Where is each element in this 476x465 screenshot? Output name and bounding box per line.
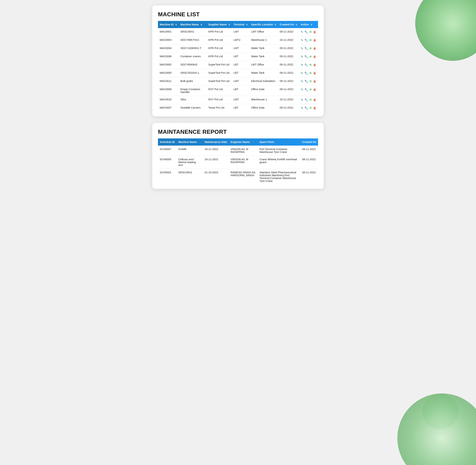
cell-supplier-name: SuperTool Pvt Ltd [207, 69, 232, 77]
edit-icon[interactable]: ✎ [301, 55, 303, 59]
machine-list-tbody: MAC0001 SRSC45H1 KPR Pvt Ltd LMT LMT Off… [158, 28, 318, 112]
cell-machine-id: MAC0003 [158, 36, 179, 44]
cell-created-on: 09-11-2022 [278, 53, 299, 61]
maint-cell-schedule-id: SCH0001 [158, 169, 177, 185]
cell-terminal: LMT [232, 28, 249, 36]
cell-machine-name: Empty Container Handler [179, 86, 207, 96]
table-row: MAC0009 Empty Container Handler RXT Pvt … [158, 86, 318, 96]
cell-supplier-name: SuperTool Pvt Ltd [207, 77, 232, 86]
cell-machine-id: MAC0009 [158, 86, 179, 96]
cell-action: ✎ 🔧 👁 🗑 [299, 28, 318, 36]
cell-machine-name: Silos [179, 96, 207, 104]
sort-icon-terminal: ⇅ [246, 24, 248, 26]
trash-icon[interactable]: 🗑 [313, 88, 316, 92]
cell-created-on: 09-11-2022 [278, 104, 299, 112]
trash-icon[interactable]: 🗑 [313, 47, 316, 51]
cell-created-on: 09-11-2022 [278, 28, 299, 36]
cell-machine-id: MAC0004 [158, 44, 179, 53]
eye-icon[interactable]: 👁 [309, 63, 312, 67]
eye-icon[interactable]: 👁 [309, 72, 312, 75]
maintenance-report-card: MAINTANENCE REPORT Schedule ID Machine N… [152, 123, 324, 189]
edit-icon[interactable]: ✎ [301, 106, 303, 110]
maint-cell-machine-name: Chiksan arm/ Marine loading arm [177, 156, 203, 169]
cell-terminal: LMT [232, 77, 249, 86]
maint-cell-machine-name: Forklift [177, 146, 203, 156]
wrench-icon[interactable]: 🔧 [304, 88, 308, 92]
edit-icon[interactable]: ✎ [301, 38, 303, 42]
eye-icon[interactable]: 👁 [309, 106, 312, 110]
maint-cell-created-on: 08-11-2022 [300, 156, 318, 169]
col-specific-location[interactable]: Specific Location ⇅ [249, 21, 278, 28]
cell-action: ✎ 🔧 👁 🗑 [299, 53, 318, 61]
trash-icon[interactable]: 🗑 [313, 80, 316, 83]
cell-machine-id: MAC0002 [158, 61, 179, 69]
cell-action: ✎ 🔧 👁 🗑 [299, 104, 318, 112]
trash-icon[interactable]: 🗑 [313, 98, 316, 102]
cell-created-on: 15-11-2022 [278, 96, 299, 104]
edit-icon[interactable]: ✎ [301, 30, 303, 34]
trash-icon[interactable]: 🗑 [313, 30, 316, 34]
trash-icon[interactable]: 🗑 [313, 63, 316, 67]
wrench-icon[interactable]: 🔧 [304, 38, 308, 42]
wrench-icon[interactable]: 🔧 [304, 80, 308, 83]
trash-icon[interactable]: 🗑 [313, 39, 316, 42]
cell-created-on: 09-11-2022 [278, 44, 299, 53]
maint-col-engineer-name: Engineer Name [229, 138, 258, 146]
col-created-on[interactable]: Created On ⇅ [278, 21, 299, 28]
maint-cell-engineer-name: VINSON A/L M RAYAPPAN [229, 156, 258, 169]
wrench-icon[interactable]: 🔧 [304, 98, 308, 102]
wrench-icon[interactable]: 🔧 [304, 30, 308, 34]
edit-icon[interactable]: ✎ [301, 71, 303, 75]
edit-icon[interactable]: ✎ [301, 47, 303, 51]
eye-icon[interactable]: 👁 [309, 39, 312, 42]
trash-icon[interactable]: 🗑 [313, 72, 316, 75]
edit-icon[interactable]: ✎ [301, 63, 303, 67]
machine-list-thead: Machine ID ⇅ Machine Name ⇅ Supplier Nam… [158, 21, 318, 28]
eye-icon[interactable]: 👁 [309, 98, 312, 102]
cell-created-on: 15-11-2022 [278, 36, 299, 44]
wrench-icon[interactable]: 🔧 [304, 106, 308, 110]
eye-icon[interactable]: 👁 [309, 55, 312, 59]
edit-icon[interactable]: ✎ [301, 98, 303, 102]
cell-machine-id: MAC0001 [158, 28, 179, 36]
wrench-icon[interactable]: 🔧 [304, 63, 308, 67]
cell-action: ✎ 🔧 👁 🗑 [299, 77, 318, 86]
col-supplier-name[interactable]: Supplier Name ⇅ [207, 21, 232, 28]
cell-specific-location: LMT Office [249, 28, 278, 36]
cell-terminal: LBT [232, 61, 249, 69]
col-terminal[interactable]: Terminal ⇅ [232, 21, 249, 28]
cell-supplier-name: RXT Pvt Ltd [207, 86, 232, 96]
col-action[interactable]: Action ⇅ [299, 21, 318, 28]
cell-supplier-name: KPR Pvt Ltd [207, 44, 232, 53]
maint-cell-maintenance-date: 01-10-2022 [203, 169, 229, 185]
trash-icon[interactable]: 🗑 [313, 55, 316, 59]
wrench-icon[interactable]: 🔧 [304, 71, 308, 75]
cell-machine-name: Bulk grabs [179, 77, 207, 86]
maint-header-row: Schedule ID Machine Name Maintenance Dat… [158, 138, 318, 146]
edit-icon[interactable]: ✎ [301, 80, 303, 83]
eye-icon[interactable]: 👁 [309, 30, 312, 34]
maint-cell-maintenance-date: 16-11-2022 [203, 146, 229, 156]
maint-cell-spare-parts: Stainless Steel Pharmaceutical Industrie… [258, 169, 300, 185]
wrench-icon[interactable]: 🔧 [304, 47, 308, 51]
cell-created-on: 09-11-2022 [278, 61, 299, 69]
eye-icon[interactable]: 👁 [309, 88, 312, 92]
cell-terminal: LBT [232, 69, 249, 77]
cell-terminal: LBT [232, 86, 249, 96]
col-machine-name[interactable]: Machine Name ⇅ [179, 21, 207, 28]
cell-created-on: 09-11-2022 [278, 77, 299, 86]
col-machine-id[interactable]: Machine ID ⇅ [158, 21, 179, 28]
cell-machine-name: Straddle Carriers [179, 104, 207, 112]
cell-machine-id: MAC0005 [158, 69, 179, 77]
trash-icon[interactable]: 🗑 [313, 106, 316, 110]
eye-icon[interactable]: 👁 [309, 47, 312, 51]
wrench-icon[interactable]: 🔧 [304, 55, 308, 59]
edit-icon[interactable]: ✎ [301, 88, 303, 92]
table-row: MAC0004 SDCY100K8H1-T KPR Pvt Ltd LMT Wa… [158, 44, 318, 53]
machine-list-title: MACHINE LIST [158, 11, 318, 18]
eye-icon[interactable]: 👁 [309, 80, 312, 83]
maint-cell-spare-parts: Crane Wheels,Forklift overhead guard [258, 156, 300, 169]
cell-action: ✎ 🔧 👁 🗑 [299, 96, 318, 104]
cell-supplier-name: KPR Pvt Ltd [207, 53, 232, 61]
cell-specific-location: Warehouse 1 [249, 36, 278, 44]
